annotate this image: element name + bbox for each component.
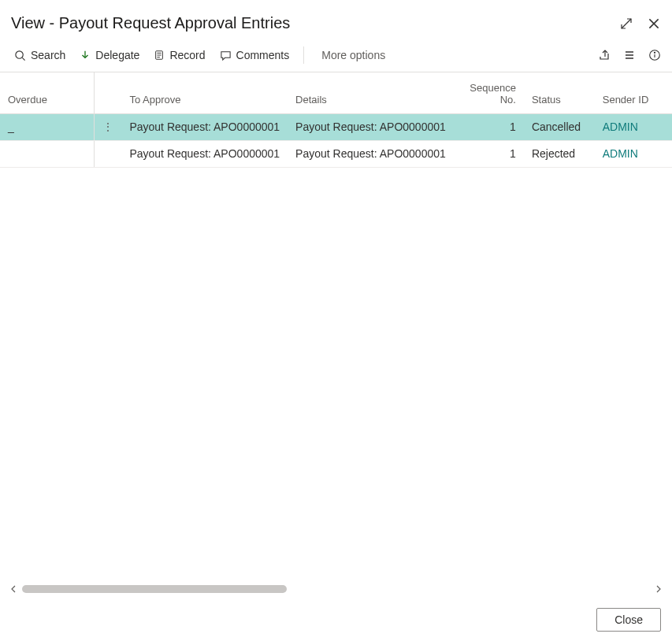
- row-handle[interactable]: [78, 113, 95, 140]
- row-menu-icon[interactable]: ⋮: [95, 113, 122, 140]
- record-icon: [154, 50, 165, 61]
- share-icon[interactable]: [598, 49, 611, 61]
- cell-sender-id[interactable]: ADMIN: [595, 113, 672, 140]
- delegate-button[interactable]: Delegate: [80, 50, 139, 61]
- row-menu-icon[interactable]: [95, 140, 122, 167]
- window-header: View - Payout Request Approval Entries: [0, 0, 672, 42]
- search-button[interactable]: Search: [14, 50, 65, 61]
- svg-point-0: [16, 50, 23, 57]
- table-row[interactable]: _⋮Payout Request: APO0000001Payout Reque…: [0, 113, 672, 140]
- cell-details: Payout Request: APO0000001: [288, 140, 461, 167]
- comments-button[interactable]: Comments: [220, 50, 290, 61]
- cell-status: Rejected: [524, 140, 595, 167]
- col-status[interactable]: Status: [524, 72, 595, 113]
- cell-status: Cancelled: [524, 113, 595, 140]
- scrollbar-thumb[interactable]: [22, 585, 287, 593]
- grid-scroll[interactable]: Overdue To Approve Details Sequence No. …: [0, 72, 672, 584]
- table-header-row: Overdue To Approve Details Sequence No. …: [0, 72, 672, 113]
- col-sequence-no[interactable]: Sequence No.: [461, 72, 524, 113]
- approval-entries-table: Overdue To Approve Details Sequence No. …: [0, 72, 672, 168]
- toolbar-divider: [303, 46, 304, 64]
- close-icon[interactable]: [647, 17, 661, 31]
- col-handle: [78, 72, 95, 113]
- cell-sender-id[interactable]: ADMIN: [595, 140, 672, 167]
- cell-to-approve: Payout Request: APO0000001: [121, 140, 288, 167]
- cell-to-approve: Payout Request: APO0000001: [121, 113, 288, 140]
- page-title: View - Payout Request Approval Entries: [11, 14, 620, 32]
- delegate-icon: [80, 50, 91, 61]
- expand-icon[interactable]: [620, 17, 633, 30]
- header-actions: [620, 17, 661, 31]
- horizontal-scrollbar[interactable]: [9, 584, 663, 596]
- search-icon: [14, 50, 26, 61]
- cell-sequence-no: 1: [461, 113, 524, 140]
- record-button[interactable]: Record: [154, 50, 205, 61]
- svg-point-3: [654, 52, 655, 53]
- col-label-line1: Sequence: [469, 82, 516, 94]
- toolbar-label: Delegate: [95, 50, 139, 61]
- info-icon[interactable]: [648, 49, 661, 61]
- close-button[interactable]: Close: [596, 608, 661, 632]
- toolbar-label: More options: [321, 50, 385, 61]
- col-label-line2: No.: [469, 94, 516, 106]
- table-row[interactable]: Payout Request: APO0000001Payout Request…: [0, 140, 672, 167]
- scroll-right-icon[interactable]: [655, 585, 663, 593]
- footer: Close: [0, 599, 672, 641]
- col-menu: [95, 72, 122, 113]
- toolbar-right: [598, 49, 661, 61]
- cell-details: Payout Request: APO0000001: [288, 113, 461, 140]
- toolbar: Search Delegate Record Comments More opt…: [0, 42, 672, 72]
- col-details[interactable]: Details: [288, 72, 461, 113]
- more-options-button[interactable]: More options: [321, 50, 385, 61]
- toolbar-label: Record: [169, 50, 205, 61]
- toolbar-label: Comments: [236, 50, 290, 61]
- cell-overdue: _: [0, 113, 78, 140]
- toolbar-label: Search: [31, 50, 65, 61]
- col-sender-id[interactable]: Sender ID: [595, 72, 672, 113]
- cell-overdue: [0, 140, 78, 167]
- list-view-icon[interactable]: [623, 49, 636, 61]
- toolbar-left: Search Delegate Record Comments More opt…: [14, 46, 385, 64]
- comments-icon: [220, 50, 232, 61]
- row-handle[interactable]: [78, 140, 95, 167]
- grid-area: Overdue To Approve Details Sequence No. …: [0, 72, 672, 599]
- col-overdue[interactable]: Overdue: [0, 72, 78, 113]
- cell-sequence-no: 1: [461, 140, 524, 167]
- scrollbar-track[interactable]: [9, 584, 663, 596]
- col-to-approve[interactable]: To Approve: [121, 72, 288, 113]
